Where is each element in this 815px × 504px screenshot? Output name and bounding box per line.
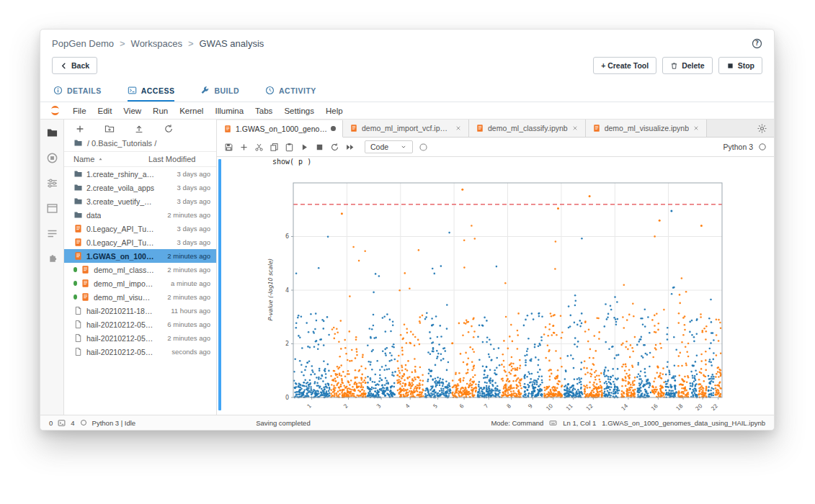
file-row[interactable]: 0.Legacy_API_Tutorial_...3 days ago bbox=[64, 235, 216, 249]
tab-activity[interactable]: ACTIVITY bbox=[265, 81, 316, 102]
notebook-icon bbox=[74, 238, 83, 247]
tab-build[interactable]: BUILD bbox=[200, 81, 239, 102]
save-button[interactable] bbox=[224, 143, 233, 152]
kernel-count[interactable]: 4 bbox=[71, 419, 74, 427]
file-row[interactable]: demo_ml_visualize.ipynb2 minutes ago bbox=[64, 290, 216, 304]
help-icon[interactable]: ? bbox=[752, 38, 762, 49]
folder-icon bbox=[74, 138, 83, 148]
code-cell-text[interactable]: show( p ) bbox=[264, 158, 774, 167]
svg-text:6: 6 bbox=[458, 402, 466, 410]
file-row[interactable]: 3.create_vuetify_apps3 days ago bbox=[64, 194, 216, 208]
stop-label: Stop bbox=[738, 61, 754, 70]
notebook-icon bbox=[349, 124, 358, 132]
file-name: 1.GWAS_on_1000_geno... bbox=[86, 252, 154, 261]
menu-illumina[interactable]: Illumina bbox=[209, 107, 249, 115]
copy-cells-button[interactable] bbox=[270, 143, 279, 152]
file-breadcrumb[interactable]: / 0.Basic_Tutorials / bbox=[64, 137, 216, 152]
cursor-position[interactable]: Ln 1, Col 1 bbox=[563, 419, 596, 427]
svg-text:16: 16 bbox=[650, 402, 659, 412]
kernel-status-text[interactable]: Python 3 | Idle bbox=[92, 419, 136, 427]
file-row[interactable]: 2.create_voila_apps3 days ago bbox=[64, 181, 216, 194]
stop-button[interactable]: Stop bbox=[718, 57, 762, 74]
file-row[interactable]: hail-20210212-0514-0...seconds ago bbox=[64, 345, 216, 359]
file-row[interactable]: demo_ml_classify.ipynb2 minutes ago bbox=[64, 263, 216, 276]
file-row[interactable]: hail-20210212-0513-0...2 minutes ago bbox=[64, 331, 216, 345]
close-icon[interactable] bbox=[571, 125, 579, 132]
terminal-count[interactable]: 0 bbox=[49, 419, 53, 427]
notebook-icon bbox=[476, 124, 484, 132]
menu-file[interactable]: File bbox=[67, 107, 92, 115]
tab-details[interactable]: DETAILS bbox=[53, 81, 102, 102]
cell-type-value: Code bbox=[370, 143, 388, 151]
file-icon bbox=[74, 306, 83, 315]
sidebar-open-tabs-icon[interactable] bbox=[46, 202, 58, 215]
tab-access[interactable]: ACCESS bbox=[128, 81, 175, 102]
sidebar-commands-icon[interactable] bbox=[46, 177, 58, 189]
doc-tab-2[interactable]: demo_ml_import_vcf.ipynb bbox=[343, 120, 469, 137]
sidebar-table-of-contents-icon[interactable] bbox=[46, 228, 58, 240]
doc-tab-3[interactable]: demo_ml_classify.ipynb bbox=[469, 120, 586, 137]
run-button[interactable] bbox=[300, 143, 309, 152]
menu-kernel[interactable]: Kernel bbox=[174, 107, 209, 115]
interrupt-button[interactable] bbox=[315, 143, 324, 152]
file-modified: 3 days ago bbox=[154, 170, 210, 178]
folder-icon bbox=[74, 197, 83, 206]
code-text: show( p ) bbox=[272, 158, 311, 166]
notebook-scroll-area[interactable]: show( p ) 12345678910111214161820220246P… bbox=[217, 157, 774, 415]
column-header-modified[interactable]: Last Modified bbox=[148, 155, 210, 163]
doc-tab-4[interactable]: demo_ml_visualize.ipynb bbox=[586, 120, 707, 137]
terminal-icon bbox=[58, 419, 66, 427]
sidebar-extensions-icon[interactable] bbox=[46, 253, 58, 265]
upload-button[interactable] bbox=[134, 124, 144, 134]
doc-tab-label: demo_ml_visualize.ipynb bbox=[605, 124, 689, 132]
file-row[interactable]: hail-20210211-1803-0...11 hours ago bbox=[64, 304, 216, 318]
mode-indicator[interactable]: Mode: Command bbox=[491, 419, 543, 427]
menu-tabs[interactable]: Tabs bbox=[249, 107, 278, 115]
settings-gear-icon[interactable] bbox=[757, 123, 767, 134]
cut-cells-button[interactable] bbox=[254, 143, 264, 152]
sidebar-file-browser-icon[interactable] bbox=[46, 127, 58, 139]
file-row[interactable]: demo_ml_import_vcf.ip...a minute ago bbox=[64, 276, 216, 290]
svg-text:4: 4 bbox=[404, 402, 411, 410]
new-folder-button[interactable] bbox=[104, 124, 115, 134]
folder-icon bbox=[74, 210, 83, 220]
keyboard-icon bbox=[549, 419, 557, 427]
refresh-button[interactable] bbox=[164, 124, 174, 134]
delete-button[interactable]: Delete bbox=[662, 57, 713, 74]
sidebar-running-sessions-icon[interactable] bbox=[46, 152, 58, 164]
wrench-icon bbox=[200, 86, 210, 95]
cell-type-select[interactable]: Code bbox=[365, 140, 413, 153]
menu-settings[interactable]: Settings bbox=[278, 107, 320, 115]
close-icon[interactable] bbox=[455, 125, 462, 132]
run-all-button[interactable] bbox=[345, 143, 355, 152]
file-icon bbox=[74, 320, 83, 329]
file-icon bbox=[74, 333, 83, 343]
breadcrumb-item-popgen-demo[interactable]: PopGen Demo bbox=[52, 38, 114, 49]
close-icon[interactable] bbox=[692, 125, 700, 132]
folder-icon bbox=[74, 169, 83, 179]
svg-text:10: 10 bbox=[545, 402, 554, 412]
menu-run[interactable]: Run bbox=[147, 107, 174, 115]
menu-help[interactable]: Help bbox=[320, 107, 349, 115]
breadcrumb-item-workspaces[interactable]: Workspaces bbox=[131, 38, 182, 49]
menu-view[interactable]: View bbox=[117, 107, 147, 115]
svg-text:6: 6 bbox=[285, 233, 289, 240]
file-modified: seconds ago bbox=[154, 348, 210, 356]
file-row[interactable]: 1.GWAS_on_1000_geno...2 minutes ago bbox=[64, 249, 216, 263]
file-row[interactable]: 1.create_rshiny_apps3 days ago bbox=[64, 167, 216, 181]
create-tool-button[interactable]: + Create Tool bbox=[593, 57, 656, 74]
restart-button[interactable] bbox=[330, 143, 339, 152]
create-tool-label: + Create Tool bbox=[601, 61, 649, 70]
file-row[interactable]: hail-20210212-0510-0...6 minutes ago bbox=[64, 318, 216, 331]
kernel-name[interactable]: Python 3 bbox=[723, 143, 753, 151]
svg-text:18: 18 bbox=[674, 402, 684, 412]
back-button[interactable]: Back bbox=[52, 57, 97, 74]
file-row[interactable]: 0.Legacy_API_Tutorial_...3 days ago bbox=[64, 222, 216, 235]
new-launcher-button[interactable] bbox=[75, 124, 85, 134]
add-cell-button[interactable] bbox=[239, 143, 249, 152]
paste-cells-button[interactable] bbox=[285, 143, 294, 152]
column-header-name[interactable]: Name bbox=[74, 155, 148, 163]
file-row[interactable]: data2 minutes ago bbox=[64, 208, 216, 222]
menu-edit[interactable]: Edit bbox=[92, 107, 118, 115]
doc-tab-1[interactable]: 1.GWAS_on_1000_genomes bbox=[217, 120, 343, 138]
